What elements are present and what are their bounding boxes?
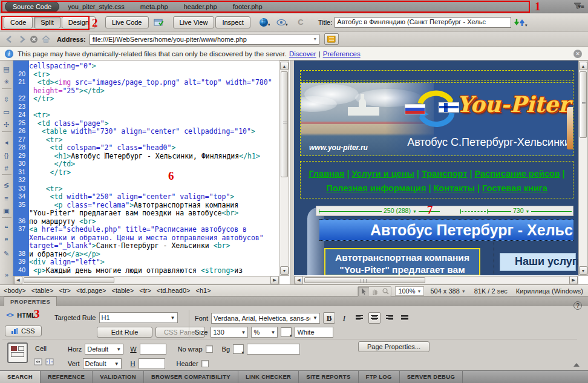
pane-splitter[interactable] [290,61,294,284]
design-scrollbar-thumb[interactable] [580,71,587,138]
forward-icon[interactable] [16,34,28,45]
size-select[interactable]: 130▼ [211,327,248,338]
code-line[interactable]: <tr> [29,70,280,79]
infobar-close-icon[interactable]: ✕ [573,50,582,58]
code-line[interactable]: <td width="250" align="center" valign="t… [29,192,280,201]
html-mode-button[interactable]: HTML [17,312,36,319]
apply-html-comment-icon[interactable]: ≡ [1,192,12,205]
design-empty-row[interactable] [300,70,573,81]
color-value-input[interactable]: White [295,327,333,338]
menu-link[interactable]: Услуги и цены [351,169,414,178]
code-line[interactable]: и обратно</a></p> [29,250,280,258]
font-select[interactable]: Verdana, Arial, Helvetica, sans-serif▼ [211,313,320,324]
tag-selector[interactable]: <body><table><tr><td.page><table><tr><td… [0,287,211,294]
merge-cells-icon[interactable] [34,358,42,365]
zoom-level-select[interactable]: 100%▼ [395,286,424,296]
align-right-icon[interactable] [384,312,396,324]
code-line[interactable]: Хельсинки и обратно. Цены и места отправ… [29,234,280,242]
code-navigator-icon[interactable]: ✳ [1,76,12,88]
unit-select[interactable]: %▼ [251,327,278,338]
tag-selector-item[interactable]: <tr> [59,287,71,294]
preferences-link[interactable]: Preferences [323,50,361,57]
tag-selector-item[interactable]: <table> [112,287,134,294]
code-line[interactable]: <a href="schedule.php" title="Расписание… [29,225,280,234]
remove-comment-icon[interactable]: ❞ [1,235,12,247]
code-scroll-down-icon[interactable]: ▼ [280,266,289,275]
page-heading[interactable]: Автобус Петербург - Хельсинки [319,219,573,241]
apply-comment-icon[interactable]: ❝ [1,222,12,235]
panel-collapse-icon[interactable] [573,363,580,367]
our-services-box[interactable]: Наши услуги [500,253,576,271]
syntax-error-alerts-icon[interactable]: ≶ [1,179,12,192]
coding-toolbar-collapse-icon[interactable]: » [0,271,13,278]
code-line[interactable]: cellspacing="0"> [29,62,280,70]
code-line[interactable]: <table width="730" align="center" cellpa… [29,127,280,136]
title-input[interactable]: Автобус в Финляндию (Санкт Петербург - Х… [335,17,511,28]
expand-all-icon[interactable]: ✣ [1,119,12,131]
tag-selector-item[interactable]: <td.head0> [157,287,191,294]
no-wrap-checkbox[interactable] [206,345,213,353]
align-center-icon[interactable] [368,312,381,324]
code-line[interactable]: <p>Каждый день многие люди отправляются … [29,266,280,275]
results-tab-validation[interactable]: VALIDATION [93,371,144,383]
results-tab-reference[interactable]: REFERENCE [41,371,93,383]
back-icon[interactable] [4,34,16,45]
cell-width-input[interactable] [140,344,166,355]
tag-selector-item[interactable]: <tr> [139,287,151,294]
code-scroll-up-icon[interactable]: ▲ [280,62,289,70]
code-scrollbar-thumb[interactable] [281,71,288,177]
code-line[interactable]: target="_blank">Санкт-Петербург - Хельси… [29,241,280,250]
live-code-button[interactable]: Live Code [105,16,149,28]
code-scroll-right-icon[interactable]: ▶ [270,276,279,284]
cell-height-input[interactable] [139,358,165,369]
zoom-tool-icon[interactable] [380,287,391,296]
stop-icon[interactable] [28,34,40,45]
tag-selector-item[interactable]: <table> [31,287,54,294]
code-line[interactable] [29,176,280,185]
window-size-select[interactable]: 504 x 388▼ [428,287,468,295]
site-menu[interactable]: Главная | Услуги и цены | Транспорт | Ра… [300,161,573,198]
menu-link[interactable]: Главная [309,169,344,178]
code-line[interactable]: <td><img src="images/page_top.png" alt="… [29,78,280,87]
code-line[interactable]: <div align="left"> [29,258,280,266]
table-width-bar[interactable]: 250 (288) ▼ 730 ▼ [316,206,573,216]
italic-button[interactable]: I [338,312,350,324]
view-options-icon[interactable] [324,33,339,45]
align-left-icon[interactable] [353,312,365,324]
validate-markup-icon[interactable]: ▾ [275,16,290,28]
code-line[interactable]: по маршруту <br> [29,217,280,226]
design-view[interactable]: You-Piter Автобус С.Петербург-Хельсинки … [294,61,578,275]
design-horizontal-scrollbar[interactable]: ◀ ▶ [294,276,578,284]
edit-rule-button[interactable]: Edit Rule [97,327,152,338]
code-line[interactable]: <td class="page"> [29,119,280,128]
menu-link[interactable]: Транспорт [422,169,467,178]
design-scroll-down-icon[interactable]: ▼ [579,266,587,275]
select-parent-tag-icon[interactable]: ◂ [1,136,12,149]
code-horizontal-scrollbar[interactable]: ◀ ▶ [13,276,279,284]
collapse-selection-icon[interactable]: ▭ [1,106,12,119]
page-properties-button[interactable]: Page Properties... [358,341,430,352]
code-line[interactable]: </tr> [29,94,280,103]
tag-selector-item[interactable]: <td.page> [76,287,106,294]
code-line[interactable]: <td colspan="2" class="head0"> [29,143,280,152]
refresh-design-view-icon[interactable]: C [293,16,308,28]
design-scroll-right-icon[interactable]: ▶ [569,276,578,284]
company-intro-box[interactable]: Автотранспортная компания "You-Piter" пр… [324,248,480,275]
panel-menu-icon[interactable]: ▾≡ [578,3,584,10]
code-line[interactable]: </td> [29,160,280,168]
results-tab-site-reports[interactable]: SITE REPORTS [299,371,358,383]
bg-color-picker[interactable] [233,344,244,354]
code-line[interactable]: </tr> [29,168,280,177]
code-line[interactable] [29,103,280,111]
code-line[interactable]: <tr> [29,136,280,144]
hand-tool-icon[interactable] [369,287,380,296]
preview-in-browser-icon[interactable]: ▾ [257,16,272,28]
horz-select[interactable]: Default▼ [85,344,123,355]
balance-braces-icon[interactable]: {} [1,149,12,162]
css-mode-button[interactable]: CSS [5,326,42,336]
results-tab-link-checker[interactable]: LINK CHECKER [238,371,299,383]
properties-tab[interactable]: PROPERTIES [4,296,57,306]
file-transfer-icon[interactable]: ▾ [514,18,528,27]
split-cell-icon[interactable] [45,358,54,365]
menu-link[interactable]: Полезная информация [326,183,426,193]
